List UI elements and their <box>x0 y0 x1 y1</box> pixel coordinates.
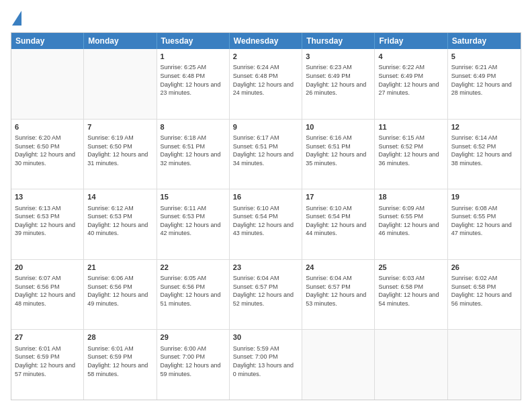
calendar-cell: 25Sunrise: 6:03 AMSunset: 6:58 PMDayligh… <box>375 260 447 330</box>
cell-info: Sunrise: 6:16 AMSunset: 6:51 PMDaylight:… <box>306 134 371 167</box>
calendar-cell: 1Sunrise: 6:25 AMSunset: 6:48 PMDaylight… <box>157 49 230 119</box>
calendar-cell: 4Sunrise: 6:22 AMSunset: 6:49 PMDaylight… <box>375 49 447 119</box>
calendar-cell: 16Sunrise: 6:10 AMSunset: 6:54 PMDayligh… <box>230 189 302 259</box>
calendar-cell <box>11 49 84 119</box>
calendar-cell: 18Sunrise: 6:09 AMSunset: 6:55 PMDayligh… <box>375 189 447 259</box>
calendar-cell: 15Sunrise: 6:11 AMSunset: 6:53 PMDayligh… <box>157 189 230 259</box>
cell-info: Sunrise: 6:04 AMSunset: 6:57 PMDaylight:… <box>233 274 298 308</box>
cell-info: Sunrise: 6:07 AMSunset: 6:56 PMDaylight:… <box>15 274 80 308</box>
calendar-body: 1Sunrise: 6:25 AMSunset: 6:48 PMDaylight… <box>11 49 521 400</box>
day-number: 7 <box>87 122 152 132</box>
header <box>11 11 521 26</box>
calendar-header-day: Sunday <box>11 33 84 49</box>
cell-info: Sunrise: 6:24 AMSunset: 6:48 PMDaylight:… <box>233 63 298 97</box>
calendar-header-day: Saturday <box>448 33 521 49</box>
calendar-cell <box>448 330 521 400</box>
cell-info: Sunrise: 6:10 AMSunset: 6:54 PMDaylight:… <box>306 204 371 238</box>
calendar-cell: 9Sunrise: 6:17 AMSunset: 6:51 PMDaylight… <box>230 120 302 189</box>
calendar-cell: 27Sunrise: 6:01 AMSunset: 6:59 PMDayligh… <box>11 330 84 400</box>
cell-info: Sunrise: 6:13 AMSunset: 6:53 PMDaylight:… <box>15 204 80 238</box>
calendar-cell: 17Sunrise: 6:10 AMSunset: 6:54 PMDayligh… <box>302 189 375 259</box>
day-number: 22 <box>161 263 226 273</box>
day-number: 14 <box>87 192 152 202</box>
day-number: 19 <box>451 192 517 202</box>
calendar-header-day: Wednesday <box>230 33 302 49</box>
calendar-cell: 13Sunrise: 6:13 AMSunset: 6:53 PMDayligh… <box>11 189 84 259</box>
calendar-cell: 26Sunrise: 6:02 AMSunset: 6:58 PMDayligh… <box>448 260 521 330</box>
day-number: 10 <box>306 122 371 132</box>
calendar-cell: 24Sunrise: 6:04 AMSunset: 6:57 PMDayligh… <box>302 260 375 330</box>
calendar-cell: 21Sunrise: 6:06 AMSunset: 6:56 PMDayligh… <box>84 260 157 330</box>
calendar-header-day: Thursday <box>302 33 375 49</box>
logo-triangle-icon <box>12 11 21 26</box>
cell-info: Sunrise: 6:03 AMSunset: 6:58 PMDaylight:… <box>378 274 443 308</box>
calendar-cell: 22Sunrise: 6:05 AMSunset: 6:56 PMDayligh… <box>157 260 230 330</box>
cell-info: Sunrise: 6:00 AMSunset: 7:00 PMDaylight:… <box>161 345 226 378</box>
calendar-cell: 8Sunrise: 6:18 AMSunset: 6:51 PMDaylight… <box>157 120 230 189</box>
cell-info: Sunrise: 6:23 AMSunset: 6:49 PMDaylight:… <box>306 63 371 97</box>
cell-info: Sunrise: 6:21 AMSunset: 6:49 PMDaylight:… <box>451 63 517 97</box>
cell-info: Sunrise: 6:20 AMSunset: 6:50 PMDaylight:… <box>15 134 80 167</box>
cell-info: Sunrise: 6:02 AMSunset: 6:58 PMDaylight:… <box>451 274 517 308</box>
cell-info: Sunrise: 6:14 AMSunset: 6:52 PMDaylight:… <box>451 134 517 167</box>
cell-info: Sunrise: 6:25 AMSunset: 6:48 PMDaylight:… <box>161 63 226 97</box>
calendar-cell: 20Sunrise: 6:07 AMSunset: 6:56 PMDayligh… <box>11 260 84 330</box>
calendar-week: 1Sunrise: 6:25 AMSunset: 6:48 PMDaylight… <box>11 49 521 120</box>
cell-info: Sunrise: 6:08 AMSunset: 6:55 PMDaylight:… <box>451 204 517 238</box>
cell-info: Sunrise: 6:15 AMSunset: 6:52 PMDaylight:… <box>378 134 443 167</box>
calendar-cell: 6Sunrise: 6:20 AMSunset: 6:50 PMDaylight… <box>11 120 84 189</box>
day-number: 1 <box>161 52 226 62</box>
calendar-header-day: Monday <box>84 33 157 49</box>
cell-info: Sunrise: 6:01 AMSunset: 6:59 PMDaylight:… <box>87 345 152 378</box>
day-number: 9 <box>233 122 298 132</box>
day-number: 26 <box>451 263 517 273</box>
day-number: 6 <box>15 122 80 132</box>
day-number: 28 <box>87 332 152 342</box>
cell-info: Sunrise: 6:10 AMSunset: 6:54 PMDaylight:… <box>233 204 298 238</box>
logo <box>11 11 21 26</box>
day-number: 3 <box>306 52 371 62</box>
calendar-cell: 19Sunrise: 6:08 AMSunset: 6:55 PMDayligh… <box>448 189 521 259</box>
calendar: SundayMondayTuesdayWednesdayThursdayFrid… <box>11 32 521 400</box>
cell-info: Sunrise: 6:04 AMSunset: 6:57 PMDaylight:… <box>306 274 371 308</box>
calendar-week: 20Sunrise: 6:07 AMSunset: 6:56 PMDayligh… <box>11 260 521 330</box>
day-number: 23 <box>233 263 298 273</box>
calendar-week: 6Sunrise: 6:20 AMSunset: 6:50 PMDaylight… <box>11 120 521 190</box>
day-number: 24 <box>306 263 371 273</box>
calendar-header-day: Friday <box>375 33 447 49</box>
calendar-cell <box>84 49 157 119</box>
calendar-cell: 12Sunrise: 6:14 AMSunset: 6:52 PMDayligh… <box>448 120 521 189</box>
calendar-cell: 2Sunrise: 6:24 AMSunset: 6:48 PMDaylight… <box>230 49 302 119</box>
day-number: 12 <box>451 122 517 132</box>
calendar-cell: 5Sunrise: 6:21 AMSunset: 6:49 PMDaylight… <box>448 49 521 119</box>
calendar-cell: 11Sunrise: 6:15 AMSunset: 6:52 PMDayligh… <box>375 120 447 189</box>
calendar-cell <box>375 330 447 400</box>
day-number: 16 <box>233 192 298 202</box>
cell-info: Sunrise: 6:19 AMSunset: 6:50 PMDaylight:… <box>87 134 152 167</box>
day-number: 27 <box>15 332 80 342</box>
day-number: 4 <box>378 52 443 62</box>
calendar-cell: 29Sunrise: 6:00 AMSunset: 7:00 PMDayligh… <box>157 330 230 400</box>
cell-info: Sunrise: 6:17 AMSunset: 6:51 PMDaylight:… <box>233 134 298 167</box>
calendar-cell: 23Sunrise: 6:04 AMSunset: 6:57 PMDayligh… <box>230 260 302 330</box>
cell-info: Sunrise: 6:22 AMSunset: 6:49 PMDaylight:… <box>378 63 443 97</box>
day-number: 18 <box>378 192 443 202</box>
cell-info: Sunrise: 6:12 AMSunset: 6:53 PMDaylight:… <box>87 204 152 238</box>
day-number: 5 <box>451 52 517 62</box>
calendar-cell <box>302 330 375 400</box>
calendar-cell: 30Sunrise: 5:59 AMSunset: 7:00 PMDayligh… <box>230 330 302 400</box>
day-number: 21 <box>87 263 152 273</box>
calendar-week: 13Sunrise: 6:13 AMSunset: 6:53 PMDayligh… <box>11 189 521 260</box>
cell-info: Sunrise: 6:01 AMSunset: 6:59 PMDaylight:… <box>15 345 80 378</box>
day-number: 15 <box>161 192 226 202</box>
calendar-cell: 14Sunrise: 6:12 AMSunset: 6:53 PMDayligh… <box>84 189 157 259</box>
cell-info: Sunrise: 6:09 AMSunset: 6:55 PMDaylight:… <box>378 204 443 238</box>
day-number: 17 <box>306 192 371 202</box>
calendar-cell: 10Sunrise: 6:16 AMSunset: 6:51 PMDayligh… <box>302 120 375 189</box>
day-number: 13 <box>15 192 80 202</box>
page: SundayMondayTuesdayWednesdayThursdayFrid… <box>0 0 532 411</box>
day-number: 20 <box>15 263 80 273</box>
day-number: 2 <box>233 52 298 62</box>
calendar-header-day: Tuesday <box>157 33 230 49</box>
calendar-cell: 3Sunrise: 6:23 AMSunset: 6:49 PMDaylight… <box>302 49 375 119</box>
